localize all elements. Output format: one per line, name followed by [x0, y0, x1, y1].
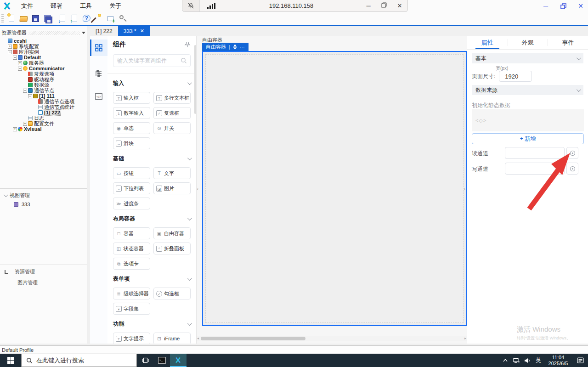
tab-attributes[interactable]: 属性	[467, 36, 508, 49]
export-icon[interactable]: ↑	[70, 14, 79, 23]
network-icon[interactable]	[511, 358, 522, 363]
tree-item--[interactable]: 日志	[1, 115, 86, 121]
free-container-inner[interactable]	[205, 54, 464, 323]
palette-section-header[interactable]: 输入	[113, 79, 191, 87]
component-chip-image[interactable]: ◪图片	[153, 182, 191, 194]
resource-manager-header[interactable]: 资源管理	[5, 268, 35, 275]
editor-tab--1-222[interactable]: [1] 222	[90, 26, 118, 36]
speaker-icon[interactable]	[522, 358, 533, 363]
breadcrumb-more[interactable]: ⋯	[240, 44, 245, 50]
tray-clock[interactable]: 11:04 2025/6/5	[544, 355, 572, 367]
tree-item-ceshi[interactable]: ceshi	[1, 38, 86, 44]
tree-item--[interactable]: 通信节点选项	[1, 99, 86, 104]
free-container-canvas[interactable]	[202, 51, 467, 326]
page-width-input[interactable]	[499, 71, 532, 82]
component-chip-radio[interactable]: ◉单选	[113, 122, 150, 134]
remote-restore-button[interactable]	[376, 2, 392, 9]
add-datasource-button[interactable]: + 新增	[472, 133, 584, 144]
component-chip-container[interactable]: □容器	[113, 227, 150, 239]
component-chip-fieldset[interactable]: ▾字段集	[113, 303, 150, 315]
new-file-icon[interactable]	[7, 14, 17, 23]
remote-minimize-button[interactable]: ─	[361, 2, 376, 9]
write-channel-input[interactable]	[505, 163, 565, 175]
tree-item--[interactable]: +配置文件	[1, 121, 86, 126]
tree-item--[interactable]: +系统配置	[1, 44, 86, 49]
close-button[interactable]: ✕	[577, 2, 584, 10]
scrollbar-thumb[interactable]	[201, 337, 305, 340]
collapse-right-splitter[interactable]: ›	[463, 184, 466, 194]
deploy-pen-icon[interactable]	[94, 14, 103, 23]
help-icon[interactable]: ?	[82, 14, 91, 23]
static-data-editor[interactable]: <◇>	[472, 109, 584, 131]
view-manager-header[interactable]: 视图管理	[4, 192, 30, 199]
expand-icon[interactable]: +	[8, 45, 12, 49]
component-chip-iframe[interactable]: ⊡iFrame	[153, 333, 191, 344]
chevron-down-icon[interactable]	[82, 32, 85, 34]
tree-item--[interactable]: 通信节点统计	[1, 104, 86, 110]
action-center-icon[interactable]	[572, 357, 588, 363]
taskbar-search[interactable]: 在此键入进行搜索	[21, 354, 137, 367]
pin-off-icon[interactable]	[182, 0, 200, 11]
component-chip-input-box[interactable]: T输入框	[113, 92, 150, 104]
menu-about[interactable]: 关于	[103, 2, 128, 10]
palette-section-header[interactable]: 表单项	[113, 275, 191, 283]
component-chip-slider[interactable]: ↔滑块	[113, 137, 150, 149]
image-manager-item[interactable]: 图片管理	[17, 279, 38, 286]
component-chip-button[interactable]: ▭按钮	[113, 167, 150, 179]
palette-section-header[interactable]: 布局容器	[113, 215, 191, 223]
minimize-button[interactable]: ─	[542, 2, 549, 10]
terminal-app-icon[interactable]: >_	[153, 354, 170, 367]
view-item-333[interactable]: 333	[14, 202, 30, 207]
menu-file[interactable]: 文件	[15, 2, 40, 10]
save-all-icon[interactable]	[43, 14, 52, 23]
collapse-icon[interactable]: −	[8, 50, 12, 54]
component-chip-number-input[interactable]: 1数字输入	[113, 107, 150, 119]
canvas-horizontal-scrollbar[interactable]: ◂ ▸	[197, 336, 467, 341]
save-icon[interactable]	[31, 14, 40, 23]
import-icon[interactable]: ↓	[58, 14, 68, 23]
tab-events[interactable]: 事件	[548, 36, 588, 49]
component-chip-checkbox[interactable]: ✓复选框	[153, 107, 191, 119]
palette-scrollbar[interactable]	[194, 45, 196, 114]
component-chip-tooltip[interactable]: T文字提示	[113, 333, 150, 344]
component-chip-check-circle[interactable]: ✓勾选框	[153, 288, 191, 299]
menu-tools[interactable]: 工具	[74, 2, 98, 10]
read-channel-picker-button[interactable]	[566, 147, 578, 159]
tree-item-Communicator[interactable]: −Communicator	[1, 66, 86, 71]
tree-item--[interactable]: −应用实例	[1, 49, 86, 55]
scroll-right-icon[interactable]: ▸	[464, 336, 466, 341]
tree-item--[interactable]: +服务器	[1, 60, 86, 66]
component-chip-free-container[interactable]: ▣自由容器	[153, 227, 191, 239]
tree-item-Xvisual[interactable]: +Xvisual	[1, 126, 86, 132]
collapse-icon[interactable]: −	[13, 56, 17, 60]
read-channel-input[interactable]	[505, 147, 565, 159]
outline-tree-tab-icon[interactable]	[90, 65, 107, 82]
tree-item--[interactable]: 驱动程序	[1, 77, 86, 82]
component-chip-progress[interactable]: ≫进度条	[113, 198, 150, 209]
tab-appearance[interactable]: 外观	[508, 36, 548, 49]
tray-expand-icon[interactable]	[500, 359, 511, 362]
open-folder-icon[interactable]	[19, 14, 28, 23]
designer-app-taskbar-icon[interactable]	[170, 354, 187, 367]
menu-deploy[interactable]: 部署	[44, 2, 69, 10]
component-chip-tabs[interactable]: ⧉选项卡	[113, 258, 150, 270]
tree-item--1-111[interactable]: −[1] 111	[1, 93, 86, 99]
components-tab-icon[interactable]	[90, 40, 107, 56]
component-chip-state-container[interactable]: ◫状态容器	[113, 243, 150, 254]
palette-section-header[interactable]: 功能	[113, 320, 191, 328]
task-view-icon[interactable]	[137, 354, 153, 367]
component-chip-dropdown[interactable]: ⌄下拉列表	[113, 182, 150, 194]
tree-item--[interactable]: 数据源	[1, 82, 86, 88]
expand-icon[interactable]: +	[18, 61, 22, 65]
expand-icon[interactable]: +	[23, 122, 27, 126]
component-chip-cascader[interactable]: ≣级联选择器	[113, 288, 150, 299]
palette-section-header[interactable]: 基础	[113, 155, 191, 163]
component-chip-text[interactable]: T文字	[153, 167, 191, 179]
pin-icon[interactable]	[184, 41, 191, 48]
component-chip-collapse-panel[interactable]: ⌃折叠面板	[153, 243, 191, 254]
palette-search-input[interactable]	[113, 54, 191, 67]
start-button[interactable]	[0, 354, 21, 367]
editor-tab-333-[interactable]: 333 *✕	[118, 26, 150, 36]
component-chip-textarea[interactable]: T多行文本框	[153, 92, 191, 104]
write-channel-picker-button[interactable]	[566, 163, 578, 175]
